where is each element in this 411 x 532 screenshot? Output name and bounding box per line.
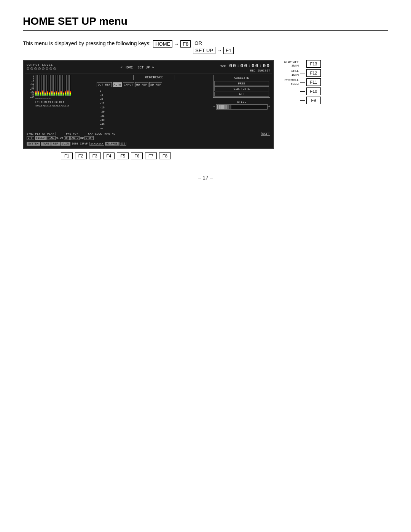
f9-line [300,100,305,101]
ref-btn-outref[interactable]: OUT REF [97,82,112,87]
still-label: STILL [213,100,270,103]
vu-bar-7 [49,75,51,96]
vu-bar-4 [42,75,44,96]
playhead-row: ↔↔ ↔↔ ↔↔ ↔↔ [27,97,95,100]
f11-label: PREROLL 5SEC [278,78,299,86]
f13-key[interactable]: F13 [306,60,321,68]
vu-bar-2 [37,75,39,96]
tape-md-label: TAPE MD [104,132,116,135]
description: This menu is displayed by pressing the f… [23,40,388,54]
f6-bottom-key[interactable]: F6 [131,152,143,159]
status-vin[interactable]: V.IN [61,142,70,146]
vu-meters-group: 0 -4 -8 -12 -16 -20 -25 -30 -40 [27,75,95,96]
f13-label: STBY OFF 3MIN [278,60,299,67]
f12-line [300,73,305,73]
fkey-f9-entry: F9 [278,97,321,104]
sync-auto[interactable]: AUTO [70,136,80,140]
status-bar: SYSTEM TAPE REF V.IN 1080.23PsF xxxxxxxx… [25,141,272,146]
f10-line [300,91,305,92]
level-scale: 0 -4 -8 -12 -16 -20 -25 -30 -40 -∞ [100,89,212,130]
vu-circle-4 [38,67,41,70]
ch-type-labels: HD AES AES AES AES AES AES LIN [27,105,95,107]
description-text: This menu is displayed by pressing the f… [23,40,151,46]
vu-circle-5 [42,67,45,70]
sync-hd: HD [80,137,84,140]
screen: OUTPUT LEVEL « HOME SET U [23,60,274,149]
vu-bar-8 [51,75,53,96]
cassette-item-all[interactable]: ALL [214,92,269,97]
sync-pct: 0.0% [56,137,63,140]
ref-btn-hdref[interactable]: HD REF [135,82,148,87]
f11-key[interactable]: F11 [306,78,321,86]
sync-bar: SYNC PLY AT PLAY ———— PRG PLY ———— CAP L… [25,131,272,141]
f1-key[interactable]: F1 [223,47,234,54]
f10-key[interactable]: F10 [306,87,321,95]
f13-line [300,64,305,64]
sync-stop[interactable]: STOP [84,136,94,140]
tape-label: xxxxxxxx [89,142,105,146]
sync-opts-row: OFF FIELD FINE 0.0% 8F AUTO HD STOP [27,136,270,140]
setup-key[interactable]: SET UP [193,47,215,54]
f8-key[interactable]: F8 [180,40,191,48]
still-bar-segments [216,105,267,109]
vu-circle-1 [27,67,29,70]
f5-bottom-key[interactable]: F5 [117,152,129,159]
key-sequence-1: HOME → F8 [153,40,191,48]
left-panel: 0 -4 -8 -12 -16 -20 -25 -30 -40 [27,75,95,130]
page-number: – 17 – [23,175,388,181]
ref-btn-auto[interactable]: AUTO [113,82,122,87]
desc-right: OR SET UP → F1 [193,40,234,54]
nav-labels: « HOME SET UP » [121,66,154,70]
ref-buttons[interactable]: OUT REF AUTO INPUT HD REF SD REF [97,82,212,87]
ref-btn-input[interactable]: INPUT [123,82,134,87]
vu-bar-14 [65,75,67,96]
status-tape[interactable]: TAPE [41,142,51,146]
ltc-section: LTCP 00:00:00:00 REC INHIBIT [218,63,270,72]
sync-8f[interactable]: 8F [64,136,70,140]
f12-key[interactable]: F12 [306,69,321,77]
vu-circles [27,67,56,70]
f9-key[interactable]: F9 [306,97,321,104]
cassette-item-free[interactable]: FREE [214,81,269,86]
f2-bottom-key[interactable]: F2 [75,152,87,159]
sync-off[interactable]: OFF [27,136,34,140]
prg-ply-label: ———— PRG PLY ———— [56,132,87,135]
hd-free-label[interactable]: HD_FREE [105,142,118,146]
ltc-label-text: LTCP [218,65,226,68]
fkey-f11-entry: PREROLL 5SEC F11 [278,78,321,86]
cassette-item-vidcntl[interactable]: VID./CNTL [214,86,269,91]
arrow-2: → [217,48,222,53]
f12-label: STILL 1MIN [278,69,299,76]
output-level-label: OUTPUT LEVEL [27,63,56,67]
ref-btn-sdref[interactable]: SD REF [149,82,162,87]
still-section: STILL – [213,100,270,110]
screen-header: OUTPUT LEVEL « HOME SET U [25,62,272,73]
f3-bottom-key[interactable]: F3 [89,152,101,159]
reference-label: REFERENCE [133,75,175,80]
sync-field[interactable]: FIELD [35,136,46,140]
vu-bar-12 [60,75,62,96]
rec-inhibit: REC INHIBIT [218,69,270,72]
vu-circle-7 [49,67,52,70]
format-label: 1080.23PsF [71,142,89,145]
status-ref[interactable]: REF [51,142,60,146]
fkey-f12-entry: STILL 1MIN F12 [278,69,321,77]
f4-bottom-key[interactable]: F4 [103,152,115,159]
ch-top-labels: LR LR LR LR LR LR LR LR [27,101,95,104]
vu-bar-6 [46,75,48,96]
vu-circle-2 [30,67,33,70]
f11-line [300,82,305,83]
vu-bar-1 [35,75,37,96]
vu-circle-6 [46,67,48,70]
fkeys-right-column: STBY OFF 3MIN F13 STILL 1MIN F12 PREROLL… [278,60,321,105]
home-key[interactable]: HOME [153,40,172,48]
f7-bottom-key[interactable]: F7 [145,152,157,159]
vu-bar-11 [58,75,60,96]
vu-circle-8 [53,67,56,70]
status-system[interactable]: SYSTEM [27,142,40,146]
f1-bottom-key[interactable]: F1 [61,152,73,159]
vu-bar-5 [44,75,46,96]
sync-fine[interactable]: FINE [46,136,56,140]
f8-bottom-key[interactable]: F8 [159,152,171,159]
exit-btn[interactable]: EXIT [261,132,270,136]
